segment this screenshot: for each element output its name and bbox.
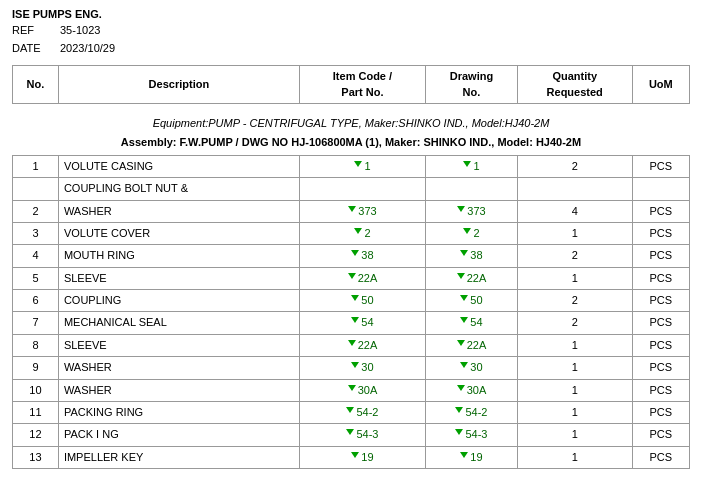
table-row: 12PACK I NG54-354-31PCS bbox=[13, 424, 690, 446]
cell-drawing-no: 373 bbox=[426, 200, 518, 222]
table-row: 10WASHER30A30A1PCS bbox=[13, 379, 690, 401]
cell-item-code: 1 bbox=[299, 155, 425, 177]
cell-drawing-no: 22A bbox=[426, 267, 518, 289]
cell-description: VOLUTE COVER bbox=[58, 222, 299, 244]
cell-quantity: 2 bbox=[517, 245, 632, 267]
company-name: ISE PUMPS ENG. bbox=[12, 8, 690, 20]
cell-drawing-no: 1 bbox=[426, 155, 518, 177]
cell-quantity: 1 bbox=[517, 424, 632, 446]
cell-drawing-no: 54-3 bbox=[426, 424, 518, 446]
col-item-code: Item Code / Part No. bbox=[299, 66, 425, 104]
cell-item-code: 50 bbox=[299, 290, 425, 312]
cell-description: COUPLING bbox=[58, 290, 299, 312]
cell-no: 8 bbox=[13, 334, 59, 356]
cell-no: 1 bbox=[13, 155, 59, 177]
col-description: Description bbox=[58, 66, 299, 104]
cell-quantity: 1 bbox=[517, 267, 632, 289]
assembly-text: Assembly: F.W.PUMP / DWG NO HJ-106800MA … bbox=[13, 133, 690, 155]
cell-quantity: 4 bbox=[517, 200, 632, 222]
cell-description: SLEEVE bbox=[58, 334, 299, 356]
cell-item-code: 22A bbox=[299, 334, 425, 356]
cell-no: 3 bbox=[13, 222, 59, 244]
cell-uom: PCS bbox=[632, 267, 689, 289]
table-row: 9WASHER30301PCS bbox=[13, 357, 690, 379]
date-label: DATE bbox=[12, 40, 52, 58]
cell-uom: PCS bbox=[632, 424, 689, 446]
table-row: 5SLEEVE22A22A1PCS bbox=[13, 267, 690, 289]
assembly-row: Assembly: F.W.PUMP / DWG NO HJ-106800MA … bbox=[13, 133, 690, 155]
page-container: ISE PUMPS ENG. REF 35-1023 DATE 2023/10/… bbox=[0, 0, 702, 477]
cell-item-code: 22A bbox=[299, 267, 425, 289]
cell-drawing-no: 50 bbox=[426, 290, 518, 312]
col-quantity: Quantity Requested bbox=[517, 66, 632, 104]
table-row: 4MOUTH RING38382PCS bbox=[13, 245, 690, 267]
cell-description: WASHER bbox=[58, 200, 299, 222]
cell-quantity: 2 bbox=[517, 290, 632, 312]
cell-drawing-no: 30A bbox=[426, 379, 518, 401]
cell-drawing-no: 2 bbox=[426, 222, 518, 244]
cell-item-code: 373 bbox=[299, 200, 425, 222]
cell-no: 5 bbox=[13, 267, 59, 289]
cell-uom: PCS bbox=[632, 155, 689, 177]
cell-uom: PCS bbox=[632, 290, 689, 312]
cell-description: VOLUTE CASING bbox=[58, 155, 299, 177]
cell-uom bbox=[632, 178, 689, 200]
cell-drawing-no bbox=[426, 178, 518, 200]
table-header-row: No. Description Item Code / Part No. Dra… bbox=[13, 66, 690, 104]
cell-uom: PCS bbox=[632, 402, 689, 424]
cell-quantity: 1 bbox=[517, 357, 632, 379]
table-row: 3VOLUTE COVER221PCS bbox=[13, 222, 690, 244]
cell-item-code: 54 bbox=[299, 312, 425, 334]
cell-item-code: 30 bbox=[299, 357, 425, 379]
cell-quantity bbox=[517, 178, 632, 200]
cell-quantity: 1 bbox=[517, 446, 632, 468]
cell-no: 2 bbox=[13, 200, 59, 222]
parts-table: No. Description Item Code / Part No. Dra… bbox=[12, 65, 690, 469]
cell-no: 11 bbox=[13, 402, 59, 424]
cell-item-code bbox=[299, 178, 425, 200]
ref-line: REF 35-1023 bbox=[12, 22, 690, 40]
cell-drawing-no: 22A bbox=[426, 334, 518, 356]
cell-description: IMPELLER KEY bbox=[58, 446, 299, 468]
cell-no bbox=[13, 178, 59, 200]
cell-no: 4 bbox=[13, 245, 59, 267]
table-row: 1VOLUTE CASING112PCS bbox=[13, 155, 690, 177]
cell-drawing-no: 19 bbox=[426, 446, 518, 468]
equipment-row: Equipment:PUMP - CENTRIFUGAL TYPE, Maker… bbox=[13, 110, 690, 133]
cell-description: WASHER bbox=[58, 357, 299, 379]
cell-quantity: 1 bbox=[517, 334, 632, 356]
cell-item-code: 2 bbox=[299, 222, 425, 244]
cell-no: 7 bbox=[13, 312, 59, 334]
cell-uom: PCS bbox=[632, 379, 689, 401]
cell-item-code: 30A bbox=[299, 379, 425, 401]
table-row: 7MECHANICAL SEAL54542PCS bbox=[13, 312, 690, 334]
cell-no: 12 bbox=[13, 424, 59, 446]
cell-description: PACKING RING bbox=[58, 402, 299, 424]
cell-description: MECHANICAL SEAL bbox=[58, 312, 299, 334]
cell-description: MOUTH RING bbox=[58, 245, 299, 267]
cell-drawing-no: 38 bbox=[426, 245, 518, 267]
table-row: 6COUPLING50502PCS bbox=[13, 290, 690, 312]
cell-uom: PCS bbox=[632, 245, 689, 267]
cell-description: WASHER bbox=[58, 379, 299, 401]
cell-uom: PCS bbox=[632, 312, 689, 334]
table-row: 11PACKING RING54-254-21PCS bbox=[13, 402, 690, 424]
cell-quantity: 2 bbox=[517, 312, 632, 334]
table-row: 8SLEEVE22A22A1PCS bbox=[13, 334, 690, 356]
cell-uom: PCS bbox=[632, 334, 689, 356]
cell-uom: PCS bbox=[632, 222, 689, 244]
cell-uom: PCS bbox=[632, 200, 689, 222]
cell-drawing-no: 54 bbox=[426, 312, 518, 334]
date-value: 2023/10/29 bbox=[60, 40, 115, 58]
table-row: 13IMPELLER KEY19191PCS bbox=[13, 446, 690, 468]
equipment-text: Equipment:PUMP - CENTRIFUGAL TYPE, Maker… bbox=[13, 110, 690, 133]
ref-label: REF bbox=[12, 22, 52, 40]
cell-description: COUPLING BOLT NUT & bbox=[58, 178, 299, 200]
cell-quantity: 1 bbox=[517, 222, 632, 244]
cell-item-code: 54-3 bbox=[299, 424, 425, 446]
cell-no: 13 bbox=[13, 446, 59, 468]
table-row: COUPLING BOLT NUT & bbox=[13, 178, 690, 200]
cell-uom: PCS bbox=[632, 357, 689, 379]
cell-item-code: 54-2 bbox=[299, 402, 425, 424]
col-drawing-no: Drawing No. bbox=[426, 66, 518, 104]
